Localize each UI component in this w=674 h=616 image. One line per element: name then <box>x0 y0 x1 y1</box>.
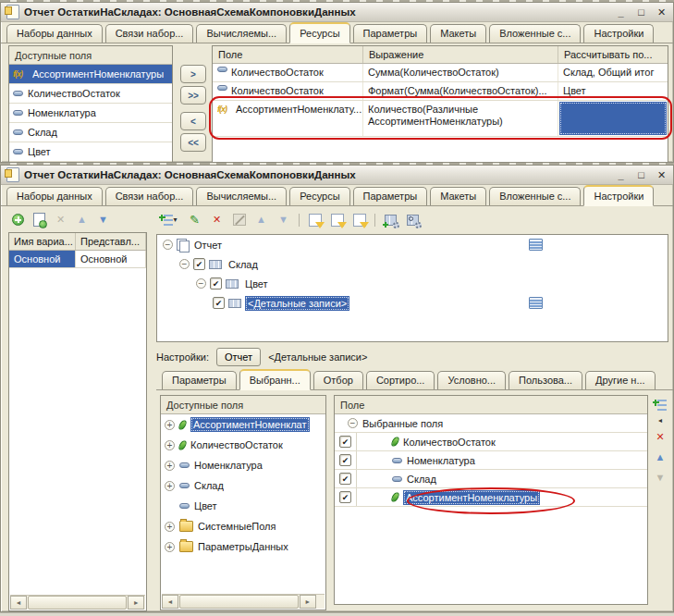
resource-row[interactable]: КоличествоОстаток Сумма(КоличествоОстато… <box>213 64 668 82</box>
minimize-button[interactable]: _ <box>615 6 627 18</box>
tab-parameters[interactable]: Параметры <box>353 187 428 205</box>
checkbox-checked[interactable]: ✔ <box>193 258 205 270</box>
tab-resources[interactable]: Ресурсы <box>289 187 349 205</box>
variant-row[interactable]: Основной Основной <box>9 251 146 268</box>
title-bar[interactable]: Отчет ОстаткиНаСкладах: ОсновнаяСхемаКом… <box>1 3 673 22</box>
load-settings-button[interactable] <box>329 212 345 228</box>
scroll-thumb[interactable] <box>28 596 127 610</box>
delete-item-button[interactable]: ✕ <box>209 212 225 228</box>
settings-owner-button[interactable]: Отчет <box>216 348 261 366</box>
move-item-down-button[interactable]: ▼ <box>276 212 291 228</box>
copy-variant-button[interactable] <box>31 212 47 228</box>
move-variant-up-button[interactable]: ▲ <box>74 212 90 228</box>
tab-set-links[interactable]: Связи набор... <box>105 187 194 205</box>
column-field[interactable]: Поле <box>213 46 363 63</box>
add-variant-button[interactable] <box>10 212 26 228</box>
expander-icon[interactable]: + <box>165 542 175 552</box>
tab-data-sets[interactable]: Наборы данных <box>6 187 103 205</box>
tree-row-report[interactable]: − Отчет <box>157 235 668 254</box>
tab-nested-schemas[interactable]: Вложенные с... <box>489 187 581 205</box>
checkbox-checked[interactable]: ✔ <box>339 454 351 466</box>
collapse-panel-button[interactable]: ◂ <box>658 417 662 425</box>
field-item-nomenklatura[interactable]: Номенклатура <box>9 104 172 123</box>
expander-icon[interactable]: + <box>165 440 175 450</box>
avail-field-assortiment[interactable]: + АссортиментНоменклат <box>161 414 325 435</box>
checkbox-checked[interactable]: ✔ <box>339 473 351 485</box>
tab-conditional-appearance[interactable]: Условно... <box>437 371 506 389</box>
tab-settings[interactable]: Настройки <box>583 24 654 43</box>
move-right-button[interactable]: > <box>180 65 206 83</box>
tab-set-links[interactable]: Связи набор... <box>105 24 194 43</box>
maximize-button[interactable]: □ <box>635 169 647 181</box>
column-variant-presentation[interactable]: Представл... <box>76 233 146 250</box>
expander-icon[interactable]: − <box>179 259 190 269</box>
tab-calculated-fields[interactable]: Вычисляемы... <box>196 187 287 205</box>
tab-resources[interactable]: Ресурсы <box>289 22 349 43</box>
variants-hscrollbar[interactable]: ◄ ► <box>10 595 145 610</box>
column-variant-name[interactable]: Имя вариа... <box>9 233 76 250</box>
tab-parameters[interactable]: Параметры <box>353 24 428 43</box>
variant-name-cell[interactable]: Основной <box>9 251 76 268</box>
selected-field-row[interactable]: ✔ Склад <box>335 470 647 488</box>
move-field-down-button[interactable]: ▼ <box>653 470 668 486</box>
move-variant-down-button[interactable]: ▼ <box>95 212 111 228</box>
move-field-up-button[interactable]: ▲ <box>653 450 668 465</box>
composer-open-button[interactable] <box>405 212 421 228</box>
default-settings-button[interactable] <box>307 212 323 228</box>
move-item-up-button[interactable]: ▲ <box>253 212 269 228</box>
scroll-left-button[interactable]: ◄ <box>10 596 27 610</box>
selected-field-row[interactable]: ✔ КоличествоОстаток <box>335 433 647 451</box>
add-structure-item-button[interactable]: ▾ <box>158 212 180 228</box>
selected-field-row-highlighted[interactable]: ✔ АссортиментНоменклатуры <box>335 488 647 507</box>
tab-selected-fields[interactable]: Выбранн... <box>239 369 311 390</box>
avail-field-sklad[interactable]: + Склад <box>161 475 325 496</box>
tab-calculated-fields[interactable]: Вычисляемы... <box>196 24 287 43</box>
tab-parameters-settings[interactable]: Параметры <box>162 371 237 389</box>
expander-icon[interactable]: − <box>196 278 206 289</box>
field-item-assortiment[interactable]: f(x) АссортиментНоменклатуры <box>9 65 172 84</box>
move-left-button[interactable]: < <box>180 112 206 130</box>
checkbox-checked[interactable]: ✔ <box>213 297 225 309</box>
settings-wizard-button[interactable] <box>231 212 247 228</box>
scroll-left-button[interactable]: ◄ <box>162 595 178 609</box>
tab-other-settings[interactable]: Другие н... <box>585 371 656 389</box>
checkbox-checked[interactable]: ✔ <box>210 277 222 290</box>
tree-row-detail-records[interactable]: ✔ <Детальные записи> <box>157 293 668 313</box>
column-calc-by[interactable]: Рассчитывать по... <box>558 46 668 63</box>
scroll-right-button[interactable]: ► <box>300 595 316 609</box>
tab-user-settings[interactable]: Пользова... <box>509 371 582 389</box>
tab-sorting[interactable]: Сортиро... <box>366 371 435 389</box>
close-button[interactable]: ✕ <box>656 169 668 181</box>
avail-field-kolichestvo[interactable]: + КоличествоОстаток <box>161 435 325 455</box>
field-item-cvet[interactable]: Цвет <box>9 142 172 162</box>
tree-row-sklad[interactable]: − ✔ Склад <box>157 254 668 274</box>
tab-templates[interactable]: Макеты <box>430 187 486 205</box>
save-settings-button[interactable] <box>351 212 367 228</box>
resource-row-highlighted[interactable]: f(x) АссортиментНоменклату... Количество… <box>213 101 668 137</box>
cell-calc-by-selected[interactable] <box>559 102 667 135</box>
selected-field-row[interactable]: ✔ Номенклатура <box>335 451 647 470</box>
checkbox-checked[interactable]: ✔ <box>339 436 351 448</box>
expander-icon[interactable]: − <box>163 240 173 250</box>
move-all-left-button[interactable]: << <box>180 133 206 152</box>
column-expression[interactable]: Выражение <box>363 46 558 63</box>
resource-row[interactable]: КоличествоОстаток Формат(Сумма(Количеств… <box>213 82 668 101</box>
tab-settings[interactable]: Настройки <box>583 185 654 206</box>
avail-folder-system-fields[interactable]: + СистемныеПоля <box>161 516 325 536</box>
expander-icon[interactable]: + <box>165 420 175 430</box>
available-fields-hscrollbar[interactable]: ◄ ► <box>162 594 325 609</box>
edit-item-button[interactable]: ✎ <box>187 212 202 228</box>
expander-icon[interactable]: + <box>165 481 175 491</box>
checkbox-checked[interactable]: ✔ <box>339 491 351 503</box>
move-all-right-button[interactable]: >> <box>180 86 206 105</box>
expander-icon[interactable]: + <box>165 461 175 471</box>
remove-field-button[interactable]: ✕ <box>653 429 668 445</box>
field-item-sklad[interactable]: Склад <box>9 123 172 142</box>
avail-folder-data-parameters[interactable]: + ПараметрыДанных <box>161 536 325 557</box>
tab-filter[interactable]: Отбор <box>313 371 363 389</box>
tab-data-sets[interactable]: Наборы данных <box>6 24 103 43</box>
tab-templates[interactable]: Макеты <box>430 24 486 43</box>
title-bar[interactable]: Отчет ОстаткиНаСкладах: ОсновнаяСхемаКом… <box>1 166 673 185</box>
field-item-kolichestvo[interactable]: КоличествоОстаток <box>9 84 172 104</box>
expander-icon[interactable]: − <box>348 418 358 428</box>
